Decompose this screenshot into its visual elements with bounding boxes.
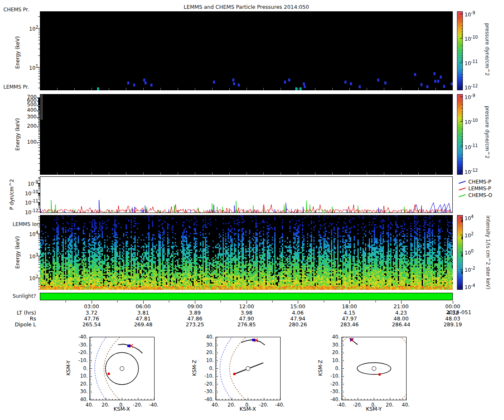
- axis-tick-mark: [38, 71, 40, 71]
- axis-tick-mark: [38, 30, 40, 30]
- axis-tick-mark: [38, 101, 40, 102]
- axis-tick-mark: [247, 88, 247, 90]
- axis-tick-mark: [38, 113, 40, 114]
- axis-tick-mark: [460, 218, 463, 218]
- rs-value: 47.97: [342, 315, 357, 322]
- axis-tick-mark: [462, 119, 463, 120]
- orbit-xtick-label: 0.: [245, 402, 250, 408]
- axis-tick-mark: [38, 197, 40, 197]
- lt-value: 4.23: [395, 310, 407, 316]
- orbit-xtick-label: 20.: [228, 402, 235, 408]
- lemms-p-line-swatch: [459, 187, 466, 190]
- axis-tick-mark: [38, 44, 40, 44]
- axis-tick-mark: [462, 83, 463, 84]
- axis-tick-mark: [460, 121, 463, 122]
- axis-tick-mark: [38, 130, 40, 131]
- colorbar-tick-label: 10-10: [465, 118, 478, 125]
- axis-tick-mark: [462, 134, 463, 134]
- panel-label-lemms: LEMMS Pr.: [3, 84, 29, 90]
- axis-tick-mark: [462, 37, 463, 37]
- axis-tick-mark: [38, 83, 40, 83]
- axis-tick-mark: [462, 55, 463, 56]
- orbit-ytick-label: -40.: [323, 396, 340, 402]
- lt-value: 4.06: [292, 310, 304, 316]
- axis-tick-mark: [462, 34, 463, 35]
- axis-tick-mark: [38, 223, 40, 223]
- chems-pressure-point: [150, 84, 152, 87]
- axis-tick-mark: [418, 88, 419, 90]
- chems-pressure-point: [133, 84, 135, 87]
- axis-tick-mark: [38, 262, 40, 262]
- axis-tick-mark: [38, 195, 40, 195]
- axis-tick-mark: [38, 119, 40, 120]
- axis-tick-mark: [143, 172, 144, 175]
- axis-tick-mark: [38, 69, 40, 69]
- lemms-ytick-300: 300.: [0, 114, 38, 120]
- axis-tick-mark: [229, 172, 230, 175]
- row-label-lt: LT (hrs): [0, 310, 36, 316]
- axis-tick-mark: [38, 240, 40, 241]
- axis-tick-mark: [229, 88, 230, 90]
- orbit-ytick-label: -30.: [197, 388, 214, 394]
- axis-tick-mark: [109, 172, 109, 175]
- lt-value: 3.98: [241, 310, 252, 316]
- colorbar-tick-label: 100: [465, 249, 474, 256]
- dipole-l-value: 269.48: [134, 321, 152, 328]
- chems-ytick-10: 101: [0, 64, 38, 71]
- orbit-ytick-label: 0.: [71, 365, 88, 371]
- legend-item-chems-p: CHEMS-P: [459, 179, 491, 185]
- axis-tick-mark: [178, 210, 178, 213]
- chems-pressure-point: [434, 80, 436, 83]
- dipole-l-value: 283.46: [340, 321, 359, 328]
- axis-tick-mark: [38, 34, 40, 34]
- chems-pressure-point: [426, 85, 428, 88]
- axis-tick-mark: [349, 172, 350, 175]
- axis-tick-mark: [38, 177, 40, 178]
- axis-tick-mark: [38, 278, 40, 279]
- axis-tick-mark: [38, 109, 40, 110]
- axis-tick-mark: [462, 169, 463, 169]
- ions-spectrogram-panel: [40, 215, 453, 290]
- time-tick-label: 15:00: [290, 303, 305, 310]
- axis-tick-mark: [462, 57, 463, 58]
- axis-tick-mark: [332, 88, 333, 90]
- axis-tick-mark: [247, 210, 247, 213]
- colorbar-tick-label: 10-9: [465, 93, 475, 100]
- axis-tick-mark: [462, 59, 463, 59]
- axis-tick-mark: [462, 29, 463, 29]
- axis-tick-mark: [462, 81, 463, 82]
- axis-tick-mark: [37, 126, 40, 127]
- axis-tick-mark: [38, 259, 40, 260]
- axis-tick-mark: [37, 212, 40, 212]
- axis-tick-mark: [315, 88, 315, 90]
- axis-tick-mark: [462, 129, 463, 129]
- axis-tick-mark: [349, 88, 350, 90]
- orbit-ytick-label: 20.: [323, 349, 340, 355]
- axis-tick-mark: [460, 38, 463, 39]
- axis-tick-mark: [436, 88, 436, 90]
- axis-tick-mark: [126, 210, 126, 213]
- axis-tick-mark: [38, 138, 40, 139]
- axis-tick-mark: [462, 70, 463, 70]
- orbit-plot-2-drawing: [216, 337, 280, 400]
- axis-tick-mark: [460, 63, 463, 63]
- chems-pressure-point: [213, 81, 215, 84]
- axis-tick-mark: [462, 236, 463, 236]
- chems-pressure-point: [440, 76, 442, 79]
- chems-pressure-point: [127, 81, 129, 84]
- axis-tick-mark: [332, 210, 333, 213]
- ions-ytick-2: 102: [0, 274, 38, 281]
- rs-value: 48.03: [445, 315, 460, 322]
- axis-tick-mark: [109, 88, 109, 90]
- axis-tick-mark: [460, 286, 463, 287]
- chems-pressure-point: [304, 85, 306, 88]
- pressure-ytick-0: 10-9: [0, 180, 38, 187]
- axis-tick-mark: [38, 134, 40, 135]
- axis-tick-mark: [38, 121, 40, 122]
- axis-tick-mark: [315, 210, 315, 213]
- orbit-ytick-label: 40.: [323, 334, 340, 340]
- axis-tick-mark: [38, 118, 40, 118]
- orbit-xtick-label: -40.: [337, 402, 346, 408]
- axis-tick-mark: [462, 50, 463, 50]
- orbit-plot-3: [341, 337, 407, 400]
